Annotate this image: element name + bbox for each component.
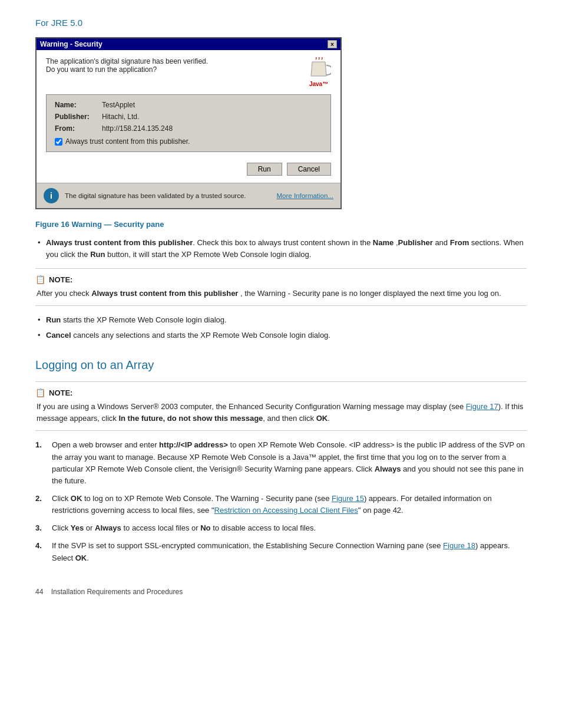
note-title-1: 📋 NOTE:: [35, 275, 527, 284]
step3-text1: Click: [52, 523, 71, 532]
java-text-label: Java™: [309, 81, 328, 87]
dialog-info-name-row: Name: TestApplet: [55, 101, 322, 109]
note2-bold2: OK: [316, 414, 328, 423]
note-box-2: 📋 NOTE: If you are using a Windows Serve…: [35, 381, 527, 431]
note2-text4: .: [328, 414, 330, 423]
dialog-body: The application's digital signature has …: [37, 50, 340, 183]
bullet-list-2: Run starts the XP Remote Web Console log…: [35, 314, 527, 341]
bullet-bold-name: Name: [373, 238, 394, 247]
numbered-steps: Open a web browser and enter http://<IP …: [35, 439, 527, 564]
cancel-label: Cancel: [46, 331, 71, 340]
step2-text4: " on page 42.: [358, 506, 404, 515]
dialog-footer: i The digital signature has been validat…: [37, 183, 340, 208]
run-text: starts the XP Remote Web Console login d…: [61, 315, 226, 324]
footer-validated-text: The digital signature has been validated…: [65, 192, 270, 199]
info-icon: i: [44, 188, 59, 203]
note-icon-2: 📋: [35, 388, 45, 397]
dialog-top-line1: The application's digital signature has …: [46, 57, 208, 65]
note2-text1: If you are using a Windows Server® 2003 …: [37, 402, 466, 411]
publisher-label: Publisher:: [55, 113, 102, 121]
note-text-before: After you check: [37, 289, 91, 298]
bullet-text-3: and: [433, 238, 450, 247]
step3-text3: to access local files or: [121, 523, 200, 532]
section-heading-jre: For JRE 5.0: [35, 18, 527, 28]
note-label-1: NOTE:: [49, 275, 72, 284]
dialog-close-button[interactable]: ×: [328, 40, 337, 48]
bullet-text-5: button, it will start the XP Remote Web …: [105, 250, 311, 259]
note-bold-1: Always trust content from this publisher: [91, 289, 238, 298]
name-label: Name:: [55, 101, 102, 109]
note-text-1: After you check Always trust content fro…: [35, 288, 527, 299]
dialog-info-section: Name: TestApplet Publisher: Hitachi, Ltd…: [46, 94, 331, 152]
dialog-top-text: The application's digital signature has …: [46, 57, 208, 74]
step3-bold2: Always: [95, 523, 121, 532]
note-icon-1: 📋: [35, 275, 45, 284]
bullet-item-cancel: Cancel cancels any selections and starts…: [35, 330, 527, 341]
dialog-wrapper: Warning - Security × The application's d…: [35, 37, 527, 209]
step3-text4: to disable access to local files.: [211, 523, 316, 532]
bullet-text-2: ,: [394, 238, 398, 247]
dialog-info-publisher-row: Publisher: Hitachi, Ltd.: [55, 113, 322, 121]
note-text-after: , the Warning - Security pane is no long…: [238, 289, 501, 298]
restriction-link[interactable]: Restriction on Accessing Local Client Fi…: [214, 506, 358, 515]
note2-text3: , and then click: [263, 414, 316, 423]
run-label: Run: [46, 315, 61, 324]
from-label: From:: [55, 124, 102, 133]
page-number: 44: [35, 588, 43, 596]
step3-bold1: Yes: [71, 523, 84, 532]
cancel-text: cancels any selections and starts the XP…: [71, 331, 330, 340]
step-2: Click OK to log on to XP Remote Web Cons…: [35, 493, 527, 516]
bullet-text-1: . Check this box to always trust content…: [193, 238, 373, 247]
run-button[interactable]: Run: [247, 163, 282, 176]
bullet-item-always-trust: Always trust content from this publisher…: [35, 237, 527, 260]
note-box-1: 📋 NOTE: After you check Always trust con…: [35, 268, 527, 306]
name-value: TestApplet: [102, 101, 135, 109]
step2-bold1: OK: [71, 494, 82, 503]
always-trust-checkbox[interactable]: [55, 138, 62, 146]
figure18-link[interactable]: Figure 18: [443, 541, 475, 550]
note2-bold1: In the future, do not show this message: [118, 414, 263, 423]
warning-security-dialog: Warning - Security × The application's d…: [35, 37, 342, 209]
from-value: http://158.214.135.248: [102, 124, 173, 133]
dialog-title: Warning - Security: [40, 40, 103, 48]
note-text-2: If you are using a Windows Server® 2003 …: [35, 401, 527, 424]
always-trust-label: Always trust content from this publisher…: [65, 137, 190, 146]
page-footer-label: Installation Requirements and Procedures: [51, 588, 183, 596]
step3-text2: or: [84, 523, 95, 532]
dialog-top-row: The application's digital signature has …: [46, 57, 331, 87]
step4-text3: .: [87, 554, 89, 562]
bullet-list-1: Always trust content from this publisher…: [35, 237, 527, 260]
figure-caption: Figure 16 Warning — Security pane: [35, 220, 527, 229]
step1-bold1: http://<IP address>: [159, 440, 228, 449]
step3-bold3: No: [200, 523, 210, 532]
figure17-link[interactable]: Figure 17: [466, 402, 498, 411]
dialog-buttons-row: Run Cancel: [46, 158, 331, 178]
section-heading-logging: Logging on to an Array: [35, 358, 527, 372]
step1-text1: Open a web browser and enter: [52, 440, 159, 449]
bullet-item-run: Run starts the XP Remote Web Console log…: [35, 314, 527, 326]
step-1: Open a web browser and enter http://<IP …: [35, 439, 527, 487]
step1-bold2: Always: [375, 465, 401, 473]
bullet-bold-always-trust: Always trust content from this publisher: [46, 238, 193, 247]
dialog-titlebar: Warning - Security ×: [37, 38, 340, 50]
step-4: If the SVP is set to support SSL-encrypt…: [35, 540, 527, 564]
step2-text2: to log on to XP Remote Web Console. The …: [82, 494, 332, 503]
bullet-bold-from: From: [450, 238, 470, 247]
more-information-link[interactable]: More Information...: [276, 192, 333, 199]
publisher-value: Hitachi, Ltd.: [102, 113, 139, 121]
step-3: Click Yes or Always to access local file…: [35, 522, 527, 534]
bullet-bold-publisher: Publisher: [398, 238, 433, 247]
java-logo: Java™: [306, 57, 331, 87]
step4-bold1: OK: [75, 554, 87, 562]
always-trust-checkbox-row[interactable]: Always trust content from this publisher…: [55, 137, 322, 146]
note-label-2: NOTE:: [49, 388, 72, 397]
note-title-2: 📋 NOTE:: [35, 388, 527, 397]
java-cup-icon: [306, 57, 331, 81]
step4-text1: If the SVP is set to support SSL-encrypt…: [52, 541, 443, 550]
cancel-button[interactable]: Cancel: [287, 163, 331, 176]
step2-text1: Click: [52, 494, 71, 503]
figure15-link[interactable]: Figure 15: [332, 494, 364, 503]
bullet-bold-run: Run: [90, 250, 105, 259]
dialog-info-from-row: From: http://158.214.135.248: [55, 124, 322, 133]
page-footer: 44 Installation Requirements and Procedu…: [35, 588, 527, 596]
